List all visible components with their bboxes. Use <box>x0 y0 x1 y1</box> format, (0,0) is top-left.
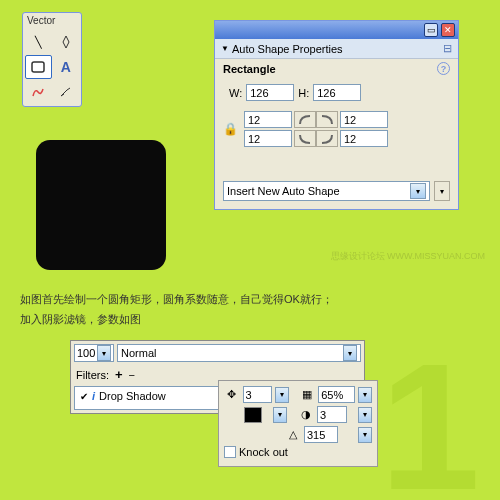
freeform-tool[interactable] <box>25 80 52 104</box>
shape-name: Rectangle <box>223 63 276 75</box>
height-field[interactable] <box>313 84 361 101</box>
panel-title: Auto Shape Properties <box>232 43 343 55</box>
knife-tool[interactable] <box>53 80 80 104</box>
chevron-down-icon[interactable]: ▾ <box>273 407 287 423</box>
corner-br-field[interactable] <box>340 130 388 147</box>
svg-rect-0 <box>32 62 44 72</box>
distance-icon: ✥ <box>224 388 240 401</box>
check-icon[interactable]: ✔ <box>80 391 88 402</box>
softness-field[interactable]: 3 <box>317 406 347 423</box>
maximize-icon[interactable]: ▭ <box>424 23 438 37</box>
add-filter-button[interactable]: + <box>115 367 123 382</box>
blend-mode-dropdown[interactable]: Normal▾ <box>117 344 361 362</box>
filter-name: Drop Shadow <box>99 390 166 402</box>
corner-bl-field[interactable] <box>244 130 292 147</box>
info-icon: i <box>92 390 95 402</box>
width-field[interactable] <box>246 84 294 101</box>
filters-label: Filters: <box>76 369 109 381</box>
instruction-line-1: 如图首先绘制一个圆角矩形，圆角系数随意，自己觉得OK就行； <box>20 290 333 310</box>
auto-shape-properties-panel: ▭ ✕ ▼ Auto Shape Properties ⊟ Rectangle … <box>214 20 459 210</box>
opacity-icon: ▦ <box>300 388 316 401</box>
line-tool[interactable]: ╲ <box>25 30 52 54</box>
instructions: 如图首先绘制一个圆角矩形，圆角系数随意，自己觉得OK就行； 加入阴影滤镜，参数如… <box>20 290 333 330</box>
softness-icon: ◑ <box>298 408 314 421</box>
opacity-field[interactable]: 100▾ <box>74 344 114 362</box>
corner-tr-field[interactable] <box>340 111 388 128</box>
chevron-down-icon[interactable]: ▾ <box>358 407 372 423</box>
chevron-down-icon[interactable]: ▾ <box>275 387 289 403</box>
step-number: 1 <box>380 323 480 500</box>
instruction-line-2: 加入阴影滤镜，参数如图 <box>20 310 333 330</box>
drop-shadow-properties: ✥ 3 ▾ ▦ 65% ▾ ▾ ◑ 3 ▾ △ 315 ▾ Knock out <box>218 380 378 467</box>
panel-header[interactable]: ▼ Auto Shape Properties ⊟ <box>215 39 458 59</box>
rectangle-tool[interactable] <box>25 55 52 79</box>
corner-tl-field[interactable] <box>244 111 292 128</box>
pen-tool[interactable] <box>53 30 80 54</box>
width-label: W: <box>229 87 242 99</box>
corner-tr-icon[interactable] <box>316 111 338 128</box>
watermark: 思缘设计论坛 WWW.MISSYUAN.COM <box>331 250 486 263</box>
chevron-down-icon[interactable]: ▾ <box>358 387 372 403</box>
help-icon[interactable]: ? <box>437 62 450 75</box>
text-tool[interactable]: A <box>53 55 80 79</box>
insert-options-button[interactable]: ▾ <box>434 181 450 201</box>
vector-tools-panel: Vector ╲ A <box>22 12 82 107</box>
options-icon[interactable]: ⊟ <box>443 42 452 55</box>
insert-shape-dropdown[interactable]: Insert New Auto Shape ▾ <box>223 181 430 201</box>
insert-shape-label: Insert New Auto Shape <box>227 185 340 197</box>
shadow-opacity-field[interactable]: 65% <box>318 386 355 403</box>
knockout-label: Knock out <box>239 446 288 458</box>
knockout-checkbox[interactable] <box>224 446 236 458</box>
chevron-down-icon: ▾ <box>410 183 426 199</box>
corner-tl-icon[interactable] <box>294 111 316 128</box>
vector-title: Vector <box>23 13 81 28</box>
panel-titlebar[interactable]: ▭ ✕ <box>215 21 458 39</box>
color-swatch[interactable] <box>244 407 262 423</box>
angle-field[interactable]: 315 <box>304 426 338 443</box>
height-label: H: <box>298 87 309 99</box>
corner-bl-icon[interactable] <box>294 130 316 147</box>
close-icon[interactable]: ✕ <box>441 23 455 37</box>
remove-filter-button[interactable]: − <box>129 369 135 381</box>
chevron-down-icon: ▾ <box>97 345 111 361</box>
lock-icon[interactable]: 🔒 <box>223 122 238 136</box>
collapse-icon: ▼ <box>221 44 229 53</box>
chevron-down-icon: ▾ <box>343 345 357 361</box>
distance-field[interactable]: 3 <box>243 386 272 403</box>
rounded-rectangle-preview <box>36 140 166 270</box>
shape-name-row: Rectangle ? <box>215 59 458 78</box>
angle-icon: △ <box>285 428 301 441</box>
chevron-down-icon[interactable]: ▾ <box>358 427 372 443</box>
corner-br-icon[interactable] <box>316 130 338 147</box>
